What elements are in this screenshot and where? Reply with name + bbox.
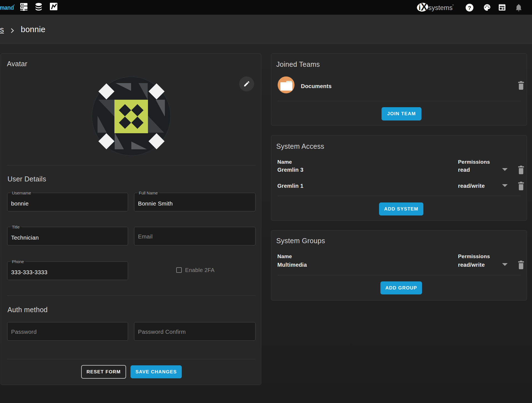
- svg-text:systems: systems: [428, 4, 453, 11]
- svg-text:i: i: [419, 3, 421, 12]
- svg-text:?: ?: [468, 5, 471, 11]
- svg-text:X: X: [421, 2, 428, 12]
